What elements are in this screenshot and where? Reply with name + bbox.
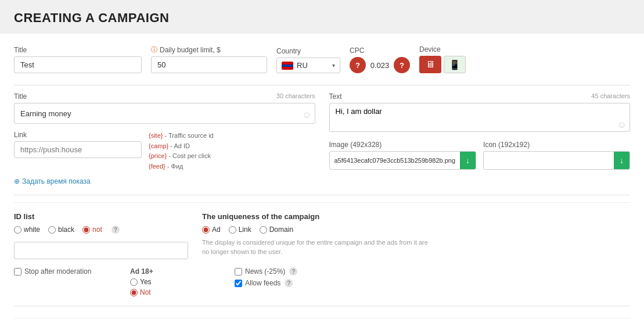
text-emoji-button[interactable]: ☺ xyxy=(617,120,627,130)
image-icon-row: Image (492x328) a5f6413ecafc079e3ccb513b… xyxy=(329,141,631,170)
stop-moderation-checkbox-label[interactable]: Stop after moderation xyxy=(14,267,107,276)
ad-form-left: Title 30 characters ☺ Link {site} - Traf… xyxy=(14,92,315,185)
news-help-icon[interactable]: ? xyxy=(289,267,297,276)
allow-feeds-checkbox-label[interactable]: Allow feeds ? xyxy=(235,279,328,287)
icon-filename xyxy=(484,157,614,164)
ad-form-section: Title 30 characters ☺ Link {site} - Traf… xyxy=(14,92,630,185)
id-list-section: ID list white black not ? xyxy=(14,212,188,259)
id-list-help-icon[interactable]: ? xyxy=(111,226,120,234)
id-not-option[interactable]: not xyxy=(82,226,102,234)
image-filename: a5f6413ecafc079e3ccb513b259b982b.png xyxy=(330,153,460,167)
uniqueness-radio-group: Ad Link Domain xyxy=(202,226,630,234)
cpc-value: 0.023 xyxy=(368,61,391,70)
text-label: Text xyxy=(329,92,631,101)
uniqueness-section: The uniqueness of the campaign Ad Link D… xyxy=(202,212,630,259)
unique-link-option[interactable]: Link xyxy=(229,226,251,234)
budget-info-icon: ⓘ xyxy=(151,45,157,54)
ad-title-field: Title 30 characters ☺ xyxy=(14,92,315,124)
title-label: Title xyxy=(14,46,142,54)
ad18-label: Ad 18+ xyxy=(130,267,211,276)
text-textarea[interactable]: Hi, I am dollar xyxy=(329,103,631,132)
bottom-section: ID list white black not ? The unique xyxy=(14,202,630,259)
ad-title-input-wrap: ☺ xyxy=(14,103,315,124)
image-label: Image (492x328) xyxy=(329,141,477,149)
allow-feeds-label: Allow feeds xyxy=(245,279,280,287)
mobile-device-button[interactable]: 📱 xyxy=(444,56,466,73)
ad18-radio-group: Yes Not xyxy=(130,278,211,296)
ru-flag-icon xyxy=(282,62,293,70)
title-char-counter: 30 characters xyxy=(276,92,315,99)
country-code: RU xyxy=(297,61,308,70)
icon-label: Icon (192x192) xyxy=(483,141,630,149)
link-field: Link xyxy=(14,131,142,158)
cpc-row: ? 0.023 ? xyxy=(350,57,410,73)
page-header: CREATING A CAMPAIGN xyxy=(0,0,644,34)
feeds-section: ФИДЫ ? feed-1 ? feed-2 ? feed-3 ? feed-4 xyxy=(14,318,630,322)
extra-options-row: Stop after moderation Ad 18+ Yes Not New… xyxy=(14,267,630,296)
device-buttons: 🖥 📱 xyxy=(419,56,466,73)
ad18-section: Ad 18+ Yes Not xyxy=(130,267,211,296)
chevron-down-icon: ▾ xyxy=(332,62,335,69)
allow-feeds-help-icon[interactable]: ? xyxy=(285,279,293,287)
link-input[interactable] xyxy=(14,141,142,158)
news-label: News (-25%) xyxy=(245,267,285,276)
cpc-label: CPC xyxy=(350,46,410,55)
id-black-option[interactable]: black xyxy=(48,226,74,234)
ad18-not-option[interactable]: Not xyxy=(130,288,211,296)
ad-title-label: Title xyxy=(14,92,315,101)
news-checkbox[interactable] xyxy=(235,268,242,276)
ad18-yes-option[interactable]: Yes xyxy=(130,278,211,286)
unique-domain-option[interactable]: Domain xyxy=(260,226,293,234)
cpc-question-button[interactable]: ? xyxy=(350,57,366,73)
id-list-title: ID list xyxy=(14,212,188,221)
device-label: Device xyxy=(419,45,466,53)
link-label: Link xyxy=(14,131,142,139)
image-input-wrap: a5f6413ecafc079e3ccb513b259b982b.png ↓ xyxy=(329,151,477,170)
id-white-option[interactable]: white xyxy=(14,226,40,234)
device-field-group: Device 🖥 📱 xyxy=(419,45,466,73)
top-row: Title ⓘ Daily budget limit, $ Country RU… xyxy=(14,45,630,73)
budget-input[interactable] xyxy=(151,56,267,73)
cpc-help-button[interactable]: ? xyxy=(394,57,410,73)
link-row: Link {site} - Traffic source id {camp} -… xyxy=(14,131,315,171)
news-feeds-section: News (-25%) ? Allow feeds ? xyxy=(235,267,328,287)
image-group: Image (492x328) a5f6413ecafc079e3ccb513b… xyxy=(329,141,477,170)
icon-input-wrap: ↓ xyxy=(483,151,630,170)
show-time-label: Задать время показа xyxy=(22,177,91,185)
icon-group: Icon (192x192) ↓ xyxy=(483,141,630,170)
link-hints: {site} - Traffic source id {camp} - Ad I… xyxy=(149,131,214,171)
stop-moderation-label: Stop after moderation xyxy=(24,267,91,276)
ad-title-input[interactable] xyxy=(14,103,315,124)
news-checkbox-label[interactable]: News (-25%) ? xyxy=(235,267,328,276)
uniqueness-description: The display is considered unique for the… xyxy=(202,238,434,256)
title-field-group: Title xyxy=(14,46,142,73)
title-input[interactable] xyxy=(14,56,142,73)
desktop-device-button[interactable]: 🖥 xyxy=(419,56,441,73)
text-field: Text 45 characters Hi, I am dollar ☺ xyxy=(329,92,631,134)
text-input-area: Hi, I am dollar ☺ xyxy=(329,103,631,134)
show-time-link[interactable]: Задать время показа xyxy=(14,177,315,185)
budget-field-group: ⓘ Daily budget limit, $ xyxy=(151,45,267,73)
country-select[interactable]: RU ▾ xyxy=(276,58,340,73)
text-field-wrap: Text 45 characters Hi, I am dollar ☺ xyxy=(329,92,631,134)
ad-form-right: Text 45 characters Hi, I am dollar ☺ Ima… xyxy=(329,92,631,185)
stop-moderation-checkbox[interactable] xyxy=(14,268,21,276)
country-field-group: Country RU ▾ xyxy=(276,47,340,73)
cpc-field-group: CPC ? 0.023 ? xyxy=(350,46,410,73)
title-emoji-button[interactable]: ☺ xyxy=(302,110,311,120)
id-list-input[interactable] xyxy=(14,242,188,259)
icon-upload-button[interactable]: ↓ xyxy=(614,152,629,169)
allow-feeds-checkbox[interactable] xyxy=(235,280,242,287)
budget-label: ⓘ Daily budget limit, $ xyxy=(151,45,267,54)
stop-moderation-group: Stop after moderation xyxy=(14,267,107,276)
id-list-radio-group: white black not ? xyxy=(14,226,188,234)
unique-ad-option[interactable]: Ad xyxy=(202,226,221,234)
text-char-counter: 45 characters xyxy=(591,92,630,99)
country-label: Country xyxy=(276,47,340,55)
page-title: CREATING A CAMPAIGN xyxy=(14,10,630,26)
uniqueness-title: The uniqueness of the campaign xyxy=(202,212,630,221)
image-upload-button[interactable]: ↓ xyxy=(460,152,476,169)
